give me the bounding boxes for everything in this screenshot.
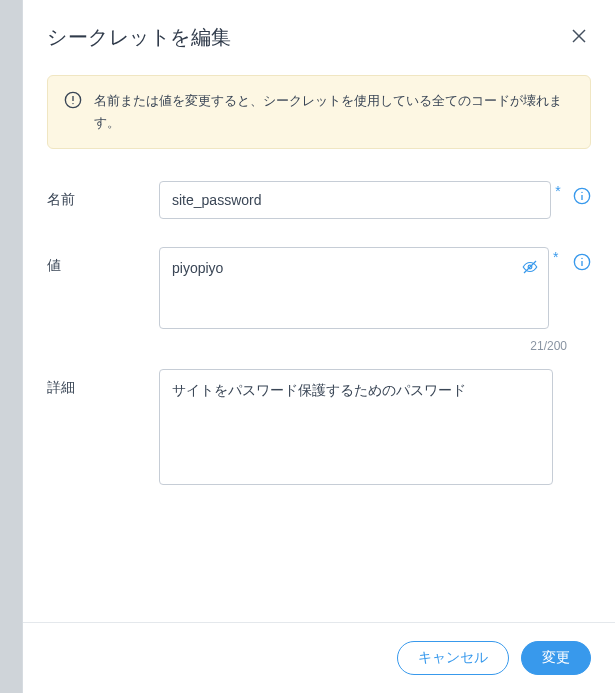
- dialog-title: シークレットを編集: [47, 24, 232, 51]
- cancel-button[interactable]: キャンセル: [397, 641, 509, 675]
- name-input[interactable]: [159, 181, 551, 219]
- warning-text: 名前または値を変更すると、シークレットを使用している全てのコードが壊れます。: [94, 90, 574, 134]
- detail-row: 詳細: [47, 369, 591, 485]
- form-body: 名前 * 値: [23, 173, 615, 622]
- visibility-toggle-icon[interactable]: [521, 258, 539, 280]
- detail-input[interactable]: [159, 369, 553, 485]
- value-char-counter: 21/200: [47, 339, 591, 353]
- svg-point-11: [581, 258, 582, 259]
- submit-button[interactable]: 変更: [521, 641, 591, 675]
- svg-point-6: [581, 192, 582, 193]
- name-row: 名前 *: [47, 181, 591, 219]
- warning-banner: 名前または値を変更すると、シークレットを使用している全てのコードが壊れます。: [47, 75, 591, 149]
- dialog-footer: キャンセル 変更: [23, 622, 615, 693]
- dialog-header: シークレットを編集: [23, 0, 615, 67]
- required-asterisk: *: [553, 249, 558, 265]
- detail-label: 詳細: [47, 369, 159, 397]
- close-button[interactable]: [567, 24, 591, 51]
- edit-secret-dialog: シークレットを編集 名前または値を変更すると、シークレットを使用している全てのコ…: [22, 0, 615, 693]
- info-icon[interactable]: [573, 253, 591, 275]
- warning-icon: [64, 91, 82, 113]
- name-label: 名前: [47, 181, 159, 209]
- required-asterisk: *: [555, 183, 560, 199]
- value-row: 値 *: [47, 247, 591, 333]
- info-icon[interactable]: [573, 187, 591, 209]
- close-icon: [571, 28, 587, 47]
- value-input[interactable]: [159, 247, 549, 329]
- svg-point-4: [72, 103, 73, 104]
- value-label: 値: [47, 247, 159, 275]
